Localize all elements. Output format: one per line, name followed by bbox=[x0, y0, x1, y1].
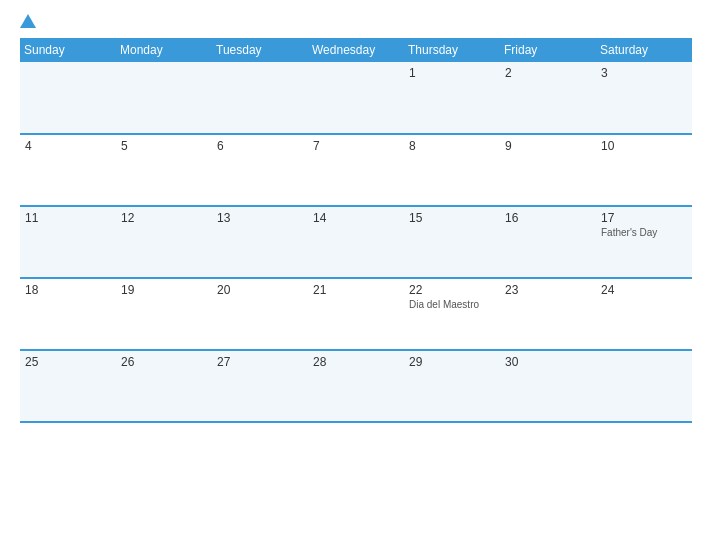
calendar-cell: 24 bbox=[596, 278, 692, 350]
weekday-header-row: SundayMondayTuesdayWednesdayThursdayFrid… bbox=[20, 38, 692, 62]
calendar-cell: 3 bbox=[596, 62, 692, 134]
calendar-cell: 2 bbox=[500, 62, 596, 134]
weekday-header: Thursday bbox=[404, 38, 500, 62]
calendar-cell: 21 bbox=[308, 278, 404, 350]
calendar-cell: 8 bbox=[404, 134, 500, 206]
day-number: 11 bbox=[25, 211, 111, 225]
weekday-header: Friday bbox=[500, 38, 596, 62]
event-label: Father's Day bbox=[601, 227, 687, 239]
day-number: 28 bbox=[313, 355, 399, 369]
day-number: 25 bbox=[25, 355, 111, 369]
event-label: Dia del Maestro bbox=[409, 299, 495, 311]
day-number: 6 bbox=[217, 139, 303, 153]
calendar-cell: 15 bbox=[404, 206, 500, 278]
calendar-page: SundayMondayTuesdayWednesdayThursdayFrid… bbox=[0, 0, 712, 550]
day-number: 30 bbox=[505, 355, 591, 369]
day-number: 26 bbox=[121, 355, 207, 369]
calendar-cell bbox=[116, 62, 212, 134]
calendar-cell: 30 bbox=[500, 350, 596, 422]
day-number: 14 bbox=[313, 211, 399, 225]
day-number: 20 bbox=[217, 283, 303, 297]
day-number: 22 bbox=[409, 283, 495, 297]
calendar-cell: 25 bbox=[20, 350, 116, 422]
calendar-cell: 19 bbox=[116, 278, 212, 350]
calendar-cell: 5 bbox=[116, 134, 212, 206]
calendar-cell bbox=[212, 62, 308, 134]
weekday-header: Saturday bbox=[596, 38, 692, 62]
weekday-header: Tuesday bbox=[212, 38, 308, 62]
day-number: 4 bbox=[25, 139, 111, 153]
calendar-cell: 12 bbox=[116, 206, 212, 278]
calendar-cell: 7 bbox=[308, 134, 404, 206]
calendar-week-row: 1819202122Dia del Maestro2324 bbox=[20, 278, 692, 350]
weekday-header: Monday bbox=[116, 38, 212, 62]
day-number: 27 bbox=[217, 355, 303, 369]
calendar-cell: 20 bbox=[212, 278, 308, 350]
calendar-cell: 13 bbox=[212, 206, 308, 278]
day-number: 23 bbox=[505, 283, 591, 297]
day-number: 17 bbox=[601, 211, 687, 225]
day-number: 7 bbox=[313, 139, 399, 153]
day-number: 9 bbox=[505, 139, 591, 153]
calendar-cell: 28 bbox=[308, 350, 404, 422]
calendar-cell: 18 bbox=[20, 278, 116, 350]
day-number: 24 bbox=[601, 283, 687, 297]
day-number: 13 bbox=[217, 211, 303, 225]
day-number: 29 bbox=[409, 355, 495, 369]
calendar-cell: 9 bbox=[500, 134, 596, 206]
calendar-cell: 29 bbox=[404, 350, 500, 422]
calendar-week-row: 45678910 bbox=[20, 134, 692, 206]
logo-blue-row bbox=[20, 16, 38, 28]
calendar-cell: 26 bbox=[116, 350, 212, 422]
calendar-cell: 10 bbox=[596, 134, 692, 206]
calendar-week-row: 252627282930 bbox=[20, 350, 692, 422]
day-number: 2 bbox=[505, 66, 591, 80]
day-number: 1 bbox=[409, 66, 495, 80]
day-number: 19 bbox=[121, 283, 207, 297]
calendar-cell: 1 bbox=[404, 62, 500, 134]
calendar-cell-empty bbox=[20, 62, 116, 134]
calendar-cell bbox=[308, 62, 404, 134]
calendar-cell: 14 bbox=[308, 206, 404, 278]
logo-triangle-icon bbox=[20, 14, 36, 28]
day-number: 21 bbox=[313, 283, 399, 297]
day-number: 8 bbox=[409, 139, 495, 153]
day-number: 3 bbox=[601, 66, 687, 80]
calendar-cell: 17Father's Day bbox=[596, 206, 692, 278]
calendar-cell: 23 bbox=[500, 278, 596, 350]
calendar-cell: 6 bbox=[212, 134, 308, 206]
calendar-week-row: 11121314151617Father's Day bbox=[20, 206, 692, 278]
header bbox=[20, 16, 692, 28]
calendar-cell: 16 bbox=[500, 206, 596, 278]
day-number: 15 bbox=[409, 211, 495, 225]
day-number: 10 bbox=[601, 139, 687, 153]
calendar-cell: 4 bbox=[20, 134, 116, 206]
calendar-table: SundayMondayTuesdayWednesdayThursdayFrid… bbox=[20, 38, 692, 423]
weekday-header: Wednesday bbox=[308, 38, 404, 62]
weekday-header: Sunday bbox=[20, 38, 116, 62]
day-number: 16 bbox=[505, 211, 591, 225]
calendar-cell: 22Dia del Maestro bbox=[404, 278, 500, 350]
day-number: 18 bbox=[25, 283, 111, 297]
day-number: 12 bbox=[121, 211, 207, 225]
day-number: 5 bbox=[121, 139, 207, 153]
calendar-cell: 11 bbox=[20, 206, 116, 278]
logo bbox=[20, 16, 38, 28]
calendar-cell bbox=[596, 350, 692, 422]
calendar-cell: 27 bbox=[212, 350, 308, 422]
calendar-week-row: 123 bbox=[20, 62, 692, 134]
